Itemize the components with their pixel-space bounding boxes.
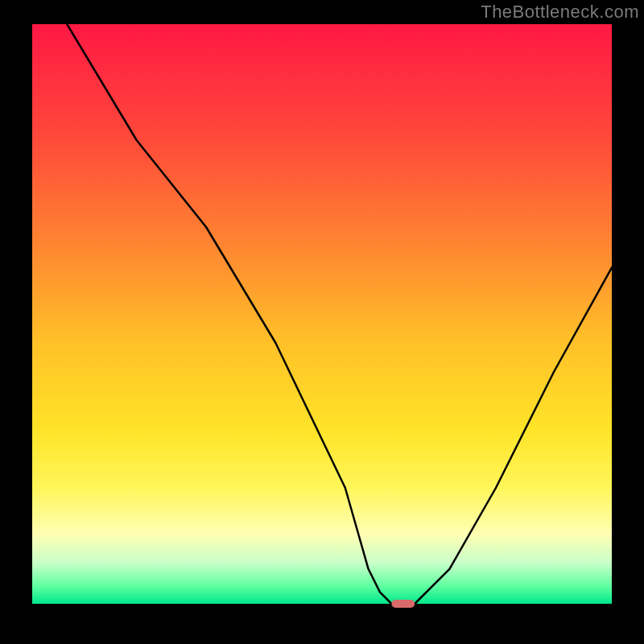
watermark-label: TheBottleneck.com	[481, 2, 639, 23]
bottleneck-chart	[0, 0, 644, 644]
optimal-marker	[391, 600, 415, 608]
